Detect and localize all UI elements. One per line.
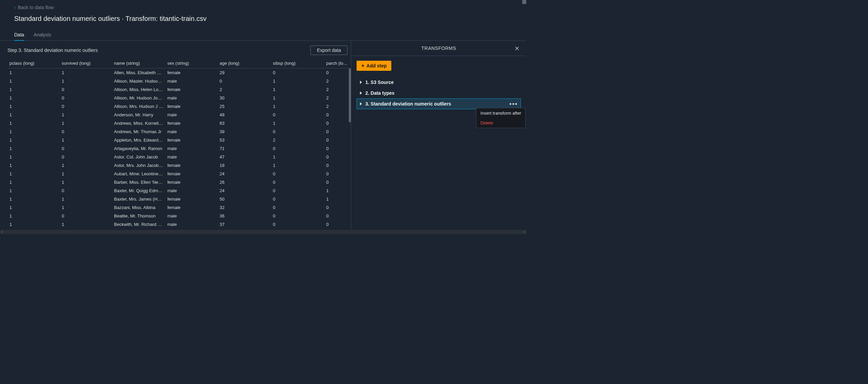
header: ‹ Back to data flow Standard deviation n… xyxy=(0,0,526,23)
table-row[interactable]: 10Astor, Col. John Jacobmale4710 xyxy=(7,153,351,161)
table-row[interactable]: 11Andrews, Miss. Kornelia…female6310 xyxy=(7,119,351,127)
table-cell: 1 xyxy=(60,111,112,119)
column-header[interactable]: sex (string) xyxy=(165,58,218,68)
table-cell: 1 xyxy=(271,119,324,127)
table-cell: 1 xyxy=(7,85,60,94)
column-header[interactable]: survived (long) xyxy=(60,58,112,68)
table-cell: 39 xyxy=(218,127,271,136)
table-cell: 0 xyxy=(60,186,112,195)
table-row[interactable]: 11Allison, Master. Hudson…male012 xyxy=(7,77,351,85)
table-cell: 0 xyxy=(324,178,351,186)
table-row[interactable]: 10Allison, Mr. Hudson Jos…male3012 xyxy=(7,94,351,102)
table-cell: 0 xyxy=(271,195,324,203)
step-label: 2. Data types xyxy=(365,90,394,96)
table-cell: 36 xyxy=(218,212,271,220)
table-row[interactable]: 11Allen, Miss. Elisabeth W…female2900 xyxy=(7,68,351,77)
table-cell: 53 xyxy=(218,136,271,144)
table-cell: female xyxy=(165,203,218,212)
table-row[interactable]: 10Baxter, Mr. Quigg Edmo…male2401 xyxy=(7,186,351,195)
table-cell: 1 xyxy=(60,77,112,85)
table-cell: Beckwith, Mr. Richard L… xyxy=(112,220,165,229)
column-header[interactable]: age (long) xyxy=(218,58,271,68)
table-cell: 1 xyxy=(7,153,60,161)
table-cell: 2 xyxy=(324,77,351,85)
table-row[interactable]: 11Baxter, Mrs. James (Hel…female5001 xyxy=(7,195,351,203)
column-header[interactable]: parch (long) xyxy=(324,58,351,68)
horizontal-scrollbar[interactable]: ‹ › xyxy=(0,230,526,234)
column-header[interactable]: name (string) xyxy=(112,58,165,68)
table-cell: 0 xyxy=(324,220,351,229)
table-cell: 0 xyxy=(324,144,351,153)
transform-step-data-types[interactable]: 2. Data types xyxy=(357,88,521,98)
table-row[interactable]: 11Bazzani, Miss. Albinafemale3200 xyxy=(7,203,351,212)
table-cell: 0 xyxy=(60,94,112,102)
table-row[interactable]: 10Artagaveytia, Mr. Ramonmale7100 xyxy=(7,144,351,153)
close-icon[interactable]: ✕ xyxy=(513,45,520,52)
table-row[interactable]: 11Aubart, Mme. Leontine …female2400 xyxy=(7,170,351,178)
table-cell: 1 xyxy=(7,144,60,153)
chevron-left-icon: ‹ xyxy=(14,5,16,10)
table-cell: Barber, Miss. Ellen 'Nellie' xyxy=(112,178,165,186)
column-header[interactable]: sibsp (long) xyxy=(271,58,324,68)
add-step-button[interactable]: + Add step xyxy=(357,61,391,71)
table-cell: 2 xyxy=(218,85,271,94)
table-cell: 0 xyxy=(324,212,351,220)
table-cell: 1 xyxy=(7,170,60,178)
table-cell: 1 xyxy=(7,68,60,77)
scroll-left-icon[interactable]: ‹ xyxy=(0,230,4,234)
step-label: Step 3. Standard deviation numeric outli… xyxy=(7,48,98,53)
table-row[interactable]: 10Allison, Miss. Helen Lor…female212 xyxy=(7,85,351,94)
table-cell: Baxter, Mrs. James (Hel… xyxy=(112,195,165,203)
table-cell: 1 xyxy=(60,220,112,229)
table-cell: 32 xyxy=(218,203,271,212)
column-header[interactable]: pclass (long) xyxy=(7,58,60,68)
table-cell: 0 xyxy=(324,170,351,178)
table-row[interactable]: 10Beattie, Mr. Thomsonmale3600 xyxy=(7,212,351,220)
menu-delete[interactable]: Delete xyxy=(476,118,525,128)
table-cell: 47 xyxy=(218,153,271,161)
table-row[interactable]: 11Anderson, Mr. Harrymale4800 xyxy=(7,111,351,119)
scroll-right-icon[interactable]: › xyxy=(522,230,526,234)
table-cell: 50 xyxy=(218,195,271,203)
tab-analysis[interactable]: Analysis xyxy=(34,29,51,41)
table-row[interactable]: 11Appleton, Mrs. Edward …female5320 xyxy=(7,136,351,144)
table-cell: 0 xyxy=(271,212,324,220)
table-cell: female xyxy=(165,195,218,203)
table-cell: male xyxy=(165,220,218,229)
table-cell: 29 xyxy=(218,68,271,77)
table-scrollbar[interactable] xyxy=(349,68,351,122)
table-cell: 0 xyxy=(324,136,351,144)
table-cell: 48 xyxy=(218,111,271,119)
table-cell: 0 xyxy=(324,161,351,170)
export-data-button[interactable]: Export data xyxy=(310,46,347,55)
table-cell: male xyxy=(165,77,218,85)
table-cell: 1 xyxy=(7,195,60,203)
table-row[interactable]: 11Barber, Miss. Ellen 'Nellie'female2600 xyxy=(7,178,351,186)
table-cell: 1 xyxy=(271,153,324,161)
table-cell: 1 xyxy=(7,127,60,136)
more-icon[interactable]: ••• xyxy=(509,100,518,108)
table-row[interactable]: 10Allison, Mrs. Hudson J C…female2512 xyxy=(7,102,351,111)
plus-icon: + xyxy=(361,63,364,69)
table-row[interactable]: 11Beckwith, Mr. Richard L…male3700 xyxy=(7,220,351,229)
table-cell: male xyxy=(165,153,218,161)
table-cell: female xyxy=(165,178,218,186)
table-cell: 1 xyxy=(7,102,60,111)
scrollbar-up-arrow[interactable] xyxy=(522,0,526,4)
table-cell: male xyxy=(165,144,218,153)
table-row[interactable]: 10Andrews, Mr. Thomas Jrmale3900 xyxy=(7,127,351,136)
table-cell: 63 xyxy=(218,119,271,127)
table-cell: Astor, Mrs. John Jacob (… xyxy=(112,161,165,170)
tab-data[interactable]: Data xyxy=(14,29,24,41)
table-cell: 1 xyxy=(60,136,112,144)
table-cell: Allison, Master. Hudson… xyxy=(112,77,165,85)
data-table-wrap: pclass (long)survived (long)name (string… xyxy=(7,58,351,229)
caret-right-icon xyxy=(360,102,362,106)
menu-insert-transform-after[interactable]: Insert transform after xyxy=(476,108,525,118)
back-link[interactable]: ‹ Back to data flow xyxy=(14,5,54,10)
table-cell: 1 xyxy=(271,94,324,102)
transform-step-s3-source[interactable]: 1. S3 Source xyxy=(357,77,521,88)
table-cell: 0 xyxy=(324,111,351,119)
table-row[interactable]: 11Astor, Mrs. John Jacob (…female1810 xyxy=(7,161,351,170)
table-cell: 1 xyxy=(7,111,60,119)
